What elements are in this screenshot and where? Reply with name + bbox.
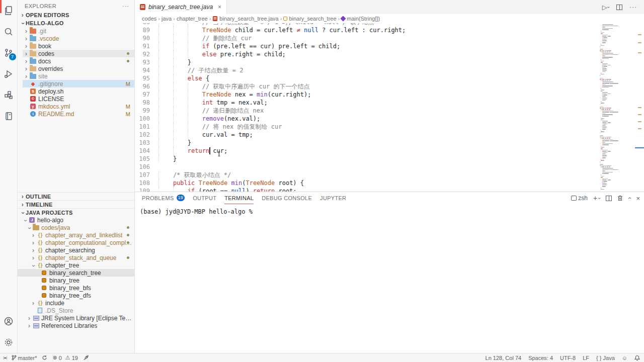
explorer-icon[interactable] <box>0 0 18 21</box>
panel-tab-output[interactable]: OUTPUT <box>193 192 216 204</box>
tree-item--vscode[interactable]: ›.vscode <box>23 35 134 42</box>
folder-icon <box>30 65 36 72</box>
tab-binary-search-tree[interactable]: binary_search_tree.java × <box>135 0 227 14</box>
tree-item--gitignore[interactable]: ◆.gitignoreM <box>23 80 134 87</box>
status-language-mode[interactable]: { } Java <box>596 355 615 361</box>
breadcrumb-item[interactable]: binary_search_tree.java <box>212 16 278 22</box>
close-icon[interactable]: × <box>218 4 221 11</box>
shell-selector[interactable]: zsh <box>571 195 588 202</box>
split-terminal-button[interactable] <box>606 196 612 201</box>
folder-icon <box>30 58 36 64</box>
section-timeline[interactable]: › TIMELINE <box>18 200 134 208</box>
more-actions-icon[interactable]: ··· <box>122 3 129 9</box>
sync-button[interactable] <box>42 355 47 360</box>
account-icon[interactable] <box>0 311 18 332</box>
feedback-icon[interactable]: ☺ <box>622 355 627 361</box>
item-label: chapter_searching <box>45 247 95 254</box>
tree-item-chapter-searching[interactable]: ›{ }chapter_searching <box>18 246 134 254</box>
tree-item-book[interactable]: ›book <box>23 42 134 50</box>
tree-item-chapter-tree[interactable]: ›{ }chapter_tree <box>18 261 134 269</box>
section-root-folder[interactable]: › HELLO-ALGO <box>18 19 134 27</box>
maximize-panel-button[interactable]: › <box>626 197 633 199</box>
tree-item-codes[interactable]: ›codes <box>23 50 134 57</box>
tree-item-chapter-stack-and-queue[interactable]: ›{ }chapter_stack_and_queue <box>18 254 134 261</box>
git-branch-item[interactable]: master* <box>12 355 37 361</box>
folder-icon <box>30 43 36 49</box>
tree-item-overrides[interactable]: ›overrides <box>23 65 134 72</box>
run-debug-icon[interactable] <box>0 63 18 84</box>
status-encoding[interactable]: UTF-8 <box>560 355 576 361</box>
tree-item-chapter-array-and-linkedlist[interactable]: ›{ }chapter_array_and_linkedlist <box>18 231 134 239</box>
notebook-icon[interactable] <box>0 106 18 127</box>
close-panel-button[interactable]: × <box>636 195 640 202</box>
notifications-bell-icon[interactable] <box>634 355 640 361</box>
item-label: codes <box>38 50 54 57</box>
tree-item-hello-algo[interactable]: ›Jhello-algo <box>18 216 134 224</box>
tree-item--git[interactable]: ›.git <box>23 27 134 35</box>
java-lightweight-mode[interactable] <box>83 355 89 360</box>
problems-item[interactable]: ⊗0 ⚠19 <box>52 354 77 361</box>
code-line-98: 98 int tmp = nex.val; <box>135 99 599 107</box>
panel-tab-problems[interactable]: PROBLEMS19 <box>142 192 185 204</box>
status-eol[interactable]: LF <box>583 355 589 361</box>
minimap[interactable] <box>599 23 635 192</box>
line-number: 105 <box>135 155 158 163</box>
panel-tab-jupyter[interactable]: JUPYTER <box>320 192 346 204</box>
tree-item-docs[interactable]: ›docs <box>23 57 134 65</box>
item-label: Referenced Libraries <box>41 322 97 329</box>
tree-item-binary-tree-dfs[interactable]: binary_tree_dfs <box>18 292 134 299</box>
tree-item-binary-tree-bfs[interactable]: binary_tree_bfs <box>18 284 134 292</box>
panel-tab-debug-console[interactable]: DEBUG CONSOLE <box>262 192 312 204</box>
terminal[interactable]: (base) jyd@JYD-MBP hello-algo % <box>135 204 644 353</box>
run-button[interactable]: ▷› <box>602 4 609 11</box>
tree-item-site[interactable]: ›site <box>23 72 134 80</box>
tree-item-referenced-libraries[interactable]: ›Referenced Libraries <box>18 322 134 329</box>
new-terminal-button[interactable]: +› <box>593 194 601 202</box>
tree-item-codes-java[interactable]: ›codes/java <box>18 224 134 231</box>
warning-mark <box>638 128 641 129</box>
search-icon[interactable] <box>0 21 18 42</box>
split-editor-button[interactable] <box>616 5 622 10</box>
breadcrumb-item[interactable]: codes <box>142 16 156 22</box>
file-tree: ›.git›.vscode›book›codes›docs›overrides›… <box>23 27 134 118</box>
tree-item-jre-system-library-eclipse-temurin-17-17-[interactable]: ›JRE System Library [Eclipse Temurin 17 … <box>18 314 134 322</box>
breadcrumb-item[interactable]: java <box>162 16 172 22</box>
tree-item-chapter-computational-complexity[interactable]: ›{ }chapter_computational_complexity <box>18 239 134 246</box>
more-actions-icon[interactable]: ··· <box>629 4 637 11</box>
tree-item-license[interactable]: ©LICENSE <box>23 95 134 103</box>
panel-tab-terminal[interactable]: TERMINAL <box>224 192 254 204</box>
tree-item-deploy-sh[interactable]: $deploy.sh <box>23 87 134 95</box>
code-line-96: 96 // 获取中序遍历中 cur 的下一个结点 <box>135 82 599 90</box>
remote-indicator[interactable]: >< <box>3 355 7 360</box>
code-line-103: 103 } <box>135 139 599 147</box>
item-label: chapter_array_and_linkedlist <box>45 232 122 239</box>
warning-mark <box>638 114 641 115</box>
breadcrumb-item[interactable]: chapter_tree <box>177 16 208 22</box>
yaml-file-icon: y <box>30 103 36 110</box>
tree-item-include[interactable]: ›{ }include <box>18 299 134 307</box>
section-open-editors[interactable]: › OPEN EDITORS <box>18 11 134 19</box>
extensions-icon[interactable] <box>0 84 18 106</box>
section-java-projects[interactable]: › JAVA PROJECTS <box>18 208 134 216</box>
kill-terminal-button[interactable] <box>617 195 623 201</box>
code-line-94: 94 // 子结点数量 = 2 <box>135 66 599 74</box>
tree-item-readme-md[interactable]: iREADME.mdM <box>23 110 134 118</box>
outline-label: OUTLINE <box>26 194 51 200</box>
status-cursor-position[interactable]: Ln 128, Col 74 <box>486 355 522 361</box>
tree-item-binary-search-tree[interactable]: binary_search_tree <box>18 269 134 277</box>
modified-dot-badge <box>127 52 129 55</box>
java-project-icon: J <box>29 217 35 223</box>
section-outline[interactable]: › OUTLINE <box>18 192 134 200</box>
modified-dot-badge <box>127 60 129 62</box>
code-editor[interactable]: 88 // 当子结点数量 = 0 / 1 时, child = null / 该… <box>135 23 644 192</box>
breadcrumb-item[interactable]: main(String[]) <box>341 16 380 22</box>
java-class-icon <box>41 292 47 299</box>
status-indentation[interactable]: Spaces: 4 <box>528 355 553 361</box>
tree-item-binary-tree[interactable]: binary_tree <box>18 277 134 284</box>
tree-item--ds-store[interactable]: .DS_Store <box>18 307 134 314</box>
package-icon: { } <box>37 247 43 253</box>
source-control-icon[interactable]: 7 <box>0 42 18 63</box>
breadcrumb-item[interactable]: binary_search_tree <box>283 16 336 22</box>
tree-item-mkdocs-yml[interactable]: ymkdocs.ymlM <box>23 103 134 110</box>
settings-icon[interactable] <box>0 332 18 353</box>
